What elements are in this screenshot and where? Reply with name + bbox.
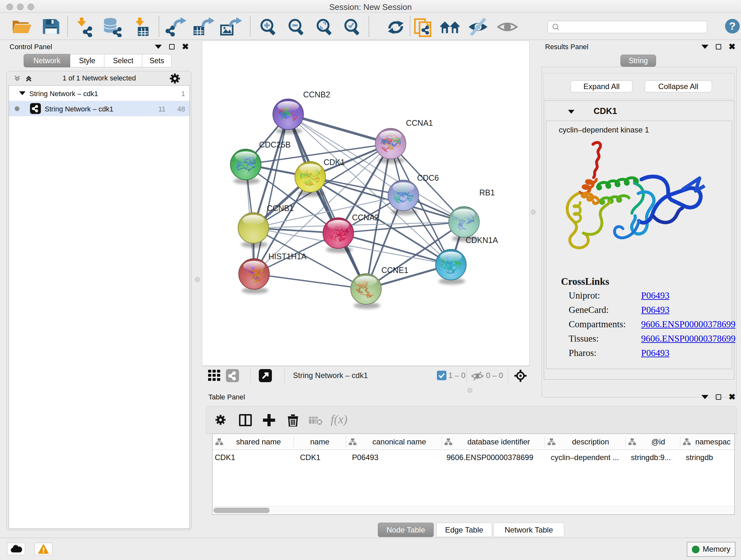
svg-text:RB1: RB1 — [479, 188, 495, 197]
svg-text:CCNE1: CCNE1 — [381, 266, 408, 274]
svg-text:CDK1: CDK1 — [324, 158, 345, 167]
svg-text:CDC25B: CDC25B — [259, 140, 291, 149]
svg-text:CDC6: CDC6 — [417, 173, 439, 182]
svg-text:CCNA1: CCNA1 — [406, 118, 433, 127]
svg-text:CCNB2: CCNB2 — [303, 90, 330, 99]
svg-text:HIST1H1A: HIST1H1A — [268, 252, 307, 261]
svg-text:CCNB1: CCNB1 — [267, 204, 294, 212]
svg-text:CCNA2: CCNA2 — [352, 213, 379, 222]
svg-text:?: ? — [729, 20, 736, 32]
svg-text:CDKN1A: CDKN1A — [466, 236, 498, 245]
